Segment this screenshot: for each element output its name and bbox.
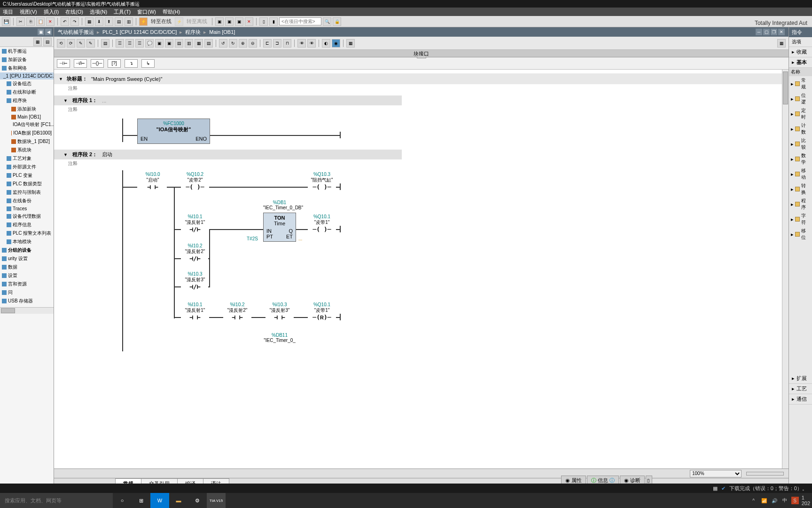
search-icon[interactable]: 🔍 (323, 17, 331, 26)
bc-main[interactable]: Main [OB1] (209, 29, 235, 35)
menu-insert[interactable]: 插入(I) (44, 8, 59, 16)
tree-item[interactable]: PLC 变量 (0, 171, 54, 180)
tree-item[interactable]: 程序信息 (0, 221, 54, 229)
tool-icon[interactable]: ▣ (235, 17, 243, 26)
comment-icon[interactable]: 💬 (145, 39, 154, 48)
explorer-icon[interactable]: ▬ (169, 493, 188, 508)
volume-icon[interactable]: 🔊 (771, 497, 778, 504)
fc-call-box[interactable]: %FC1000 "IOA信号映射" EN ENO (137, 119, 210, 144)
tree-item[interactable]: 数据 (0, 263, 54, 271)
tool-icon[interactable]: ↻ (229, 39, 237, 48)
tree-item[interactable]: 加新设备 (0, 56, 54, 64)
go-online-label[interactable]: 转至在线 (151, 18, 172, 25)
tool-icon[interactable]: ▤ (115, 17, 123, 26)
tree-tool-icon[interactable]: ▦ (33, 38, 42, 46)
tool-icon[interactable]: ▥ (185, 39, 193, 48)
tool-icon[interactable]: ▣ (155, 39, 164, 48)
tool-icon[interactable]: ▣ (165, 39, 173, 48)
tree-item[interactable]: 监控与强制表 (0, 188, 54, 197)
tree-item[interactable]: 外部源文件 (0, 163, 54, 171)
go-online-icon[interactable]: ⚡ (139, 17, 148, 26)
tree-item[interactable]: Traces (0, 205, 54, 212)
tool-icon[interactable]: ⊕ (239, 39, 247, 48)
basic-section[interactable]: ▸基本 (789, 57, 812, 68)
tool-icon[interactable]: ▣ (225, 17, 234, 26)
tree-item[interactable]: 在线备份 (0, 197, 54, 205)
network-icon[interactable]: 📶 (760, 497, 768, 504)
clock[interactable]: 1202 (802, 495, 810, 506)
tia-icon[interactable]: TIA V15 (207, 493, 226, 508)
tool-icon[interactable]: ▤ (175, 39, 183, 48)
menu-help[interactable]: 帮助(H) (163, 8, 180, 16)
tree-item[interactable]: urity 设置 (0, 254, 54, 263)
cortana-icon[interactable]: ○ (113, 493, 132, 508)
instruction-folder[interactable]: ▸转换 (789, 182, 812, 197)
instruction-folder[interactable]: ▸位逻 (789, 91, 812, 106)
split-icon[interactable]: ▮ (269, 17, 278, 26)
block-comment[interactable]: 注释 (54, 84, 789, 93)
ton-box[interactable]: TON Time INQ PTET (263, 213, 296, 242)
instruction-folder[interactable]: ▸程序 (789, 197, 812, 212)
monitor-icon[interactable]: 👁 (297, 39, 306, 48)
coil-q102[interactable]: %Q10.2"皮带2" ─( )─ (179, 172, 211, 190)
contact-i103[interactable]: %I10.3"漫反射3" ⊣ ⊢ (263, 302, 296, 321)
bc-blocks[interactable]: 程序块 (185, 29, 201, 36)
menu-online[interactable]: 在线(O) (65, 8, 83, 16)
editor-scrollbar-v[interactable] (782, 70, 789, 468)
tree-item[interactable]: IOA信号映射 [FC1... (0, 120, 54, 129)
download-icon[interactable]: ⬇ (95, 17, 103, 26)
ime-icon[interactable]: 中 (781, 497, 789, 504)
instruction-folder[interactable]: ▸移动 (789, 167, 812, 182)
undo-icon[interactable]: ↶ (61, 17, 69, 26)
tool-icon[interactable]: ▣ (215, 17, 224, 26)
close-icon[interactable]: ✕ (245, 17, 253, 26)
network-icon[interactable]: ☰ (125, 39, 134, 48)
bc-plc[interactable]: PLC_1 [CPU 1214C DC/DC/DC] (102, 29, 177, 35)
coil-q103[interactable]: %Q10.3"阻挡气缸" ─( )─ (305, 172, 338, 190)
branch-icon[interactable]: ↴ (125, 59, 138, 68)
tree-item[interactable]: Main [OB1] (0, 113, 54, 120)
instruction-folder[interactable]: ▸定时 (789, 106, 812, 121)
tree-item[interactable]: 分组的设备 (0, 246, 54, 254)
copy-icon[interactable]: ⎘ (26, 17, 35, 26)
bc-project[interactable]: 气动机械手搬运 (58, 29, 94, 36)
collapse-icon[interactable]: ▼ (63, 152, 68, 157)
tree-item[interactable]: USB 存储器 (0, 297, 54, 305)
tree-item[interactable]: _1 [CPU 1214C DC/DC... (0, 72, 54, 79)
tool-icon[interactable]: ▤ (204, 39, 213, 48)
tree-item[interactable]: 程序块 (0, 96, 54, 105)
redo-icon[interactable]: ↷ (70, 17, 79, 26)
expand-section[interactable]: ▸扩展 (789, 373, 812, 384)
tree-item[interactable]: 备和网络 (0, 64, 54, 72)
favorites-section[interactable]: ▸收藏 (789, 47, 812, 57)
tool-icon[interactable]: ⊐ (273, 39, 281, 48)
menu-tools[interactable]: 工具(T) (114, 8, 131, 16)
tree-item[interactable]: 机手搬运 (0, 47, 54, 56)
network-icon[interactable]: ☰ (116, 39, 124, 48)
contact-i102[interactable]: %I10.2"漫反射2" ⊣ ⊢ (221, 302, 254, 321)
instructions-header[interactable]: 指令 (789, 27, 812, 37)
menu-window[interactable]: 窗口(W) (137, 8, 156, 16)
tool-icon[interactable]: ⟳ (67, 39, 75, 48)
tree-item[interactable]: 设置 (0, 271, 54, 280)
box-icon[interactable]: [?] (108, 59, 121, 68)
tool-icon[interactable]: ✎ (77, 39, 85, 48)
minimize-icon[interactable]: ─ (756, 29, 762, 35)
upload-icon[interactable]: ⬆ (105, 17, 113, 26)
cut-icon[interactable]: ✂ (16, 17, 25, 26)
tool-icon[interactable]: ▦ (346, 39, 355, 48)
tool-icon[interactable]: ◐ (322, 39, 330, 48)
contact-i101-nc[interactable]: %I10.1"漫反射1" ⊣/⊢ (179, 214, 211, 233)
tool-icon[interactable]: ▦ (195, 39, 203, 48)
contact-i100[interactable]: %I10.0"启动" ⊣ ⊢ (136, 172, 169, 190)
maximize-icon[interactable]: ▢ (763, 29, 770, 35)
tool-icon[interactable]: ▥ (125, 17, 133, 26)
split-icon[interactable]: ▯ (259, 17, 268, 26)
tree-item[interactable]: 在线和诊断 (0, 88, 54, 96)
expand-icon[interactable]: ▦ (777, 39, 786, 48)
tree-nav-icon[interactable]: ◀ (45, 29, 52, 35)
tree-item[interactable]: 设备代理数据 (0, 212, 54, 221)
comm-section[interactable]: ▸通信 (789, 394, 812, 405)
restore-icon[interactable]: ❐ (771, 29, 777, 35)
segment-1-header[interactable]: ▼ 程序段 1： ... (54, 95, 402, 105)
